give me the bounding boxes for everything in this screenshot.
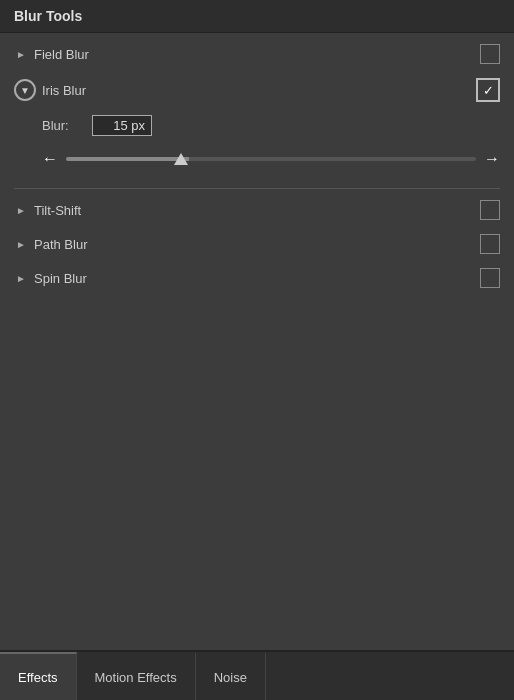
blur-tools-panel: Blur Tools ► Field Blur ▼ Iris Blur ✓ Bl… xyxy=(0,0,514,700)
panel-title-text: Blur Tools xyxy=(14,8,82,24)
path-blur-label: Path Blur xyxy=(34,237,480,252)
blur-value-text: 15 px xyxy=(113,118,145,133)
slider-right-arrow[interactable]: → xyxy=(484,150,500,168)
spin-blur-checkbox[interactable] xyxy=(480,268,500,288)
iris-blur-expand-icon: ▼ xyxy=(20,85,30,96)
iris-blur-label: Iris Blur xyxy=(42,83,476,98)
tilt-shift-item[interactable]: ► Tilt-Shift xyxy=(0,193,514,227)
blur-slider-thumb[interactable] xyxy=(174,153,188,165)
blur-control: Blur: 15 px xyxy=(14,109,500,148)
field-blur-item[interactable]: ► Field Blur xyxy=(0,37,514,71)
tilt-shift-checkbox[interactable] xyxy=(480,200,500,220)
blur-slider-row: ← → xyxy=(14,148,500,176)
blur-value-input[interactable]: 15 px xyxy=(92,115,152,136)
iris-blur-expand-button[interactable]: ▼ xyxy=(14,79,36,101)
panel-content: ► Field Blur ▼ Iris Blur ✓ Blur: 15 px xyxy=(0,33,514,650)
field-blur-expand-icon: ► xyxy=(14,47,28,61)
spin-blur-item[interactable]: ► Spin Blur xyxy=(0,261,514,295)
path-blur-expand-icon: ► xyxy=(14,237,28,251)
iris-blur-header[interactable]: ▼ Iris Blur ✓ xyxy=(14,71,500,109)
tab-motion-effects[interactable]: Motion Effects xyxy=(77,652,196,700)
iris-blur-checkbox[interactable]: ✓ xyxy=(476,78,500,102)
path-blur-checkbox[interactable] xyxy=(480,234,500,254)
bottom-tabs: Effects Motion Effects Noise xyxy=(0,650,514,700)
tilt-shift-expand-icon: ► xyxy=(14,203,28,217)
iris-blur-section: ▼ Iris Blur ✓ Blur: 15 px ← xyxy=(0,71,514,184)
spin-blur-expand-icon: ► xyxy=(14,271,28,285)
tilt-shift-label: Tilt-Shift xyxy=(34,203,480,218)
slider-left-arrow[interactable]: ← xyxy=(42,150,58,168)
field-blur-checkbox[interactable] xyxy=(480,44,500,64)
field-blur-label: Field Blur xyxy=(34,47,480,62)
tab-effects-label: Effects xyxy=(18,670,58,685)
panel-title: Blur Tools xyxy=(0,0,514,33)
tab-noise[interactable]: Noise xyxy=(196,652,266,700)
path-blur-item[interactable]: ► Path Blur xyxy=(0,227,514,261)
spin-blur-label: Spin Blur xyxy=(34,271,480,286)
blur-value-row: Blur: 15 px xyxy=(42,115,500,136)
tab-motion-effects-label: Motion Effects xyxy=(95,670,177,685)
blur-slider-track[interactable] xyxy=(66,157,476,161)
tab-noise-label: Noise xyxy=(214,670,247,685)
tab-effects[interactable]: Effects xyxy=(0,652,77,700)
divider-1 xyxy=(14,188,500,189)
blur-row-label: Blur: xyxy=(42,118,82,133)
iris-blur-checkmark: ✓ xyxy=(483,84,494,97)
